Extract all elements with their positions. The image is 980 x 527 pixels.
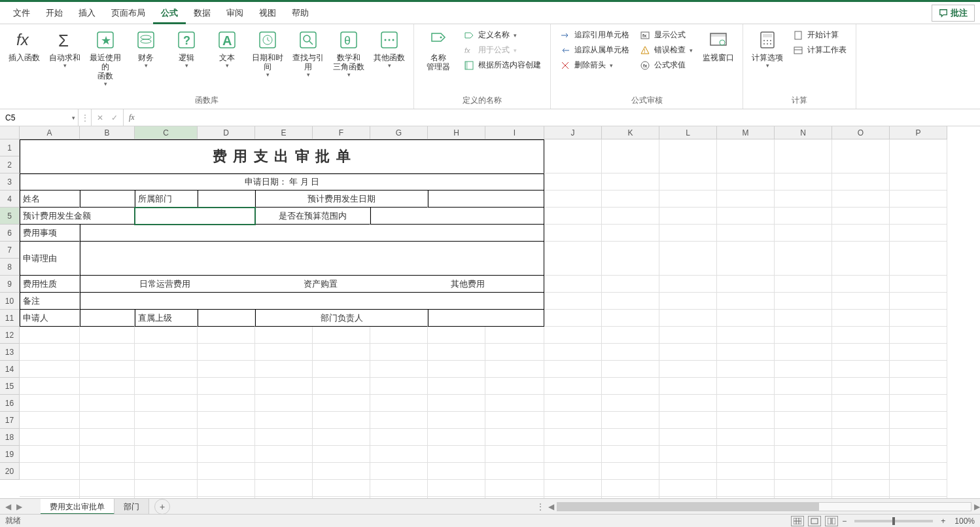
- cell-E15[interactable]: [255, 378, 313, 395]
- cell-B13[interactable]: [80, 344, 135, 361]
- cell-G19[interactable]: [370, 446, 428, 463]
- cell-D14[interactable]: [198, 361, 255, 378]
- cell-O1[interactable]: [832, 139, 890, 173]
- cell-L7[interactable]: [659, 242, 717, 276]
- cell-M20[interactable]: [717, 463, 775, 480]
- row-header-11[interactable]: 11: [0, 310, 20, 327]
- cell-G17[interactable]: [370, 412, 428, 429]
- col-header-C[interactable]: C: [135, 126, 198, 139]
- cell-G20[interactable]: [370, 463, 428, 480]
- cell-B4[interactable]: [80, 191, 135, 208]
- cell-M17[interactable]: [717, 412, 775, 429]
- cell-L1[interactable]: [659, 139, 717, 173]
- row-header-6[interactable]: 6: [0, 225, 20, 242]
- row-header-18[interactable]: 18: [0, 429, 20, 446]
- cell-E11[interactable]: 部门负责人: [255, 310, 428, 327]
- confirm-icon[interactable]: ✓: [111, 113, 118, 122]
- cell-D12[interactable]: [198, 327, 255, 344]
- cell-O14[interactable]: [832, 361, 890, 378]
- cell-J10[interactable]: [544, 293, 602, 310]
- sheet-tab-0[interactable]: 费用支出审批单: [41, 499, 114, 515]
- cell-P11[interactable]: [890, 310, 947, 327]
- cell-L14[interactable]: [659, 361, 717, 378]
- tab-review[interactable]: 审阅: [219, 2, 251, 24]
- hscroll-right-icon[interactable]: ▶: [974, 502, 980, 511]
- name-manager-button[interactable]: 名称 管理器: [418, 27, 459, 74]
- cell-K1[interactable]: [602, 139, 659, 173]
- cell-K5[interactable]: [602, 208, 659, 225]
- cell-B12[interactable]: [80, 327, 135, 344]
- cell-K18[interactable]: [602, 429, 659, 446]
- cell-J1[interactable]: [544, 139, 602, 173]
- more-functions-button[interactable]: 其他函数 ▾: [369, 27, 410, 71]
- cell-M15[interactable]: [717, 378, 775, 395]
- row-header-2[interactable]: 2: [0, 156, 20, 173]
- trace-dependents-button[interactable]: 追踪从属单元格: [557, 43, 632, 57]
- cell-I18[interactable]: [485, 429, 544, 446]
- cell-K20[interactable]: [602, 463, 659, 480]
- tab-help[interactable]: 帮助: [284, 2, 317, 24]
- cell-C4[interactable]: 所属部门: [135, 191, 198, 208]
- cell-O17[interactable]: [832, 412, 890, 429]
- cell-N6[interactable]: [775, 225, 832, 242]
- cell-P10[interactable]: [890, 293, 947, 310]
- datetime-button[interactable]: 日期和时间 ▾: [247, 27, 288, 81]
- cell-J12[interactable]: [544, 480, 602, 497]
- cell-A12[interactable]: [20, 327, 80, 344]
- cell-K14[interactable]: [602, 361, 659, 378]
- cell-O19[interactable]: [832, 446, 890, 463]
- cell-C16[interactable]: [135, 395, 198, 412]
- cell-O5[interactable]: [832, 208, 890, 225]
- cell-O12[interactable]: [832, 327, 890, 344]
- cell-C5[interactable]: [135, 208, 255, 225]
- cell-K11[interactable]: [602, 310, 659, 327]
- cell-C13[interactable]: [135, 344, 198, 361]
- cell-N14[interactable]: [775, 361, 832, 378]
- cell-J20[interactable]: [544, 463, 602, 480]
- cell-B12[interactable]: [80, 480, 135, 497]
- col-header-G[interactable]: G: [370, 126, 428, 139]
- col-header-L[interactable]: L: [659, 126, 717, 139]
- cell-I19[interactable]: [485, 446, 544, 463]
- cell-J5[interactable]: [544, 208, 602, 225]
- cell-B20[interactable]: [80, 463, 135, 480]
- cell-E5[interactable]: 是否在预算范围内: [255, 208, 370, 225]
- cell-D11[interactable]: [198, 310, 255, 327]
- cancel-icon[interactable]: ✕: [97, 113, 103, 122]
- cell-H18[interactable]: [428, 429, 485, 446]
- cell-A19[interactable]: [20, 446, 80, 463]
- zoom-slider[interactable]: [854, 520, 933, 522]
- autosum-button[interactable]: Σ 自动求和 ▾: [44, 27, 85, 71]
- formula-bar-expand[interactable]: ⋮: [79, 109, 92, 126]
- cell-J14[interactable]: [544, 361, 602, 378]
- cell-F18[interactable]: [313, 429, 370, 446]
- cell-M12[interactable]: [717, 480, 775, 497]
- cell-J12[interactable]: [544, 327, 602, 344]
- cell-E19[interactable]: [255, 446, 313, 463]
- col-header-N[interactable]: N: [775, 126, 832, 139]
- cell-E13[interactable]: [255, 344, 313, 361]
- cell-A7[interactable]: 申请理由: [20, 242, 80, 276]
- cell-I12[interactable]: [485, 327, 544, 344]
- zoom-level[interactable]: 100%: [954, 517, 975, 526]
- row-header-10[interactable]: 10: [0, 293, 20, 310]
- cell-O10[interactable]: [832, 293, 890, 310]
- cell-B7[interactable]: [80, 242, 544, 276]
- add-sheet-button[interactable]: +: [154, 499, 170, 515]
- cell-P13[interactable]: [890, 344, 947, 361]
- cell-P18[interactable]: [890, 429, 947, 446]
- insert-function-button[interactable]: fx 插入函数: [4, 27, 44, 65]
- cell-H17[interactable]: [428, 412, 485, 429]
- cell-D15[interactable]: [198, 378, 255, 395]
- cell-P12[interactable]: [890, 480, 947, 497]
- cell-C18[interactable]: [135, 429, 198, 446]
- col-header-O[interactable]: O: [832, 126, 890, 139]
- watch-window-button[interactable]: 监视窗口: [698, 27, 739, 65]
- cell-F17[interactable]: [313, 412, 370, 429]
- row-header-15[interactable]: 15: [0, 378, 20, 395]
- cell-P12[interactable]: [890, 327, 947, 344]
- cell-C17[interactable]: [135, 412, 198, 429]
- cell-G12[interactable]: [370, 480, 428, 497]
- cell-B14[interactable]: [80, 361, 135, 378]
- cell-E12[interactable]: [255, 327, 313, 344]
